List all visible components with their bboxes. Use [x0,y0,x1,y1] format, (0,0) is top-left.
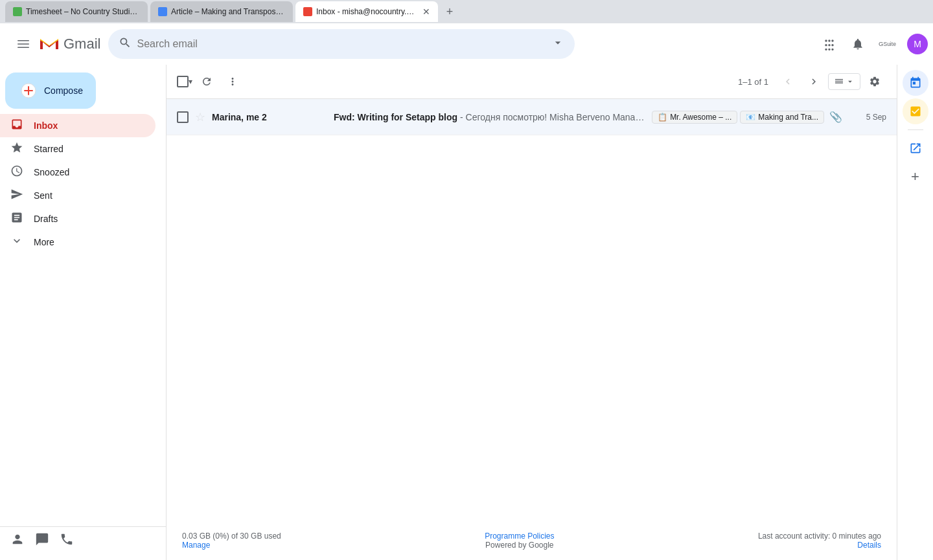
topbar: Gmail G Suite [0,23,933,65]
more-options-button[interactable] [221,70,244,93]
prev-page-button[interactable] [776,70,800,93]
snoozed-icon [10,164,23,181]
starred-label: Starred [34,144,145,154]
email-chip-1[interactable]: 📋 Mr. Awesome – ... [652,111,737,124]
email-content: Fwd: Writing for Setapp blog - Сегодня п… [334,112,647,122]
content-area: ▾ 1–1 of 1 [166,65,897,560]
gmail-wordmark: Gmail [63,36,100,52]
chat-icon[interactable] [35,532,49,550]
sidebar-item-sent[interactable]: Sent [0,184,156,207]
search-dropdown-icon[interactable] [551,36,564,52]
drafts-icon [10,211,23,227]
refresh-button[interactable] [195,70,218,93]
inbox-label: Inbox [34,120,145,131]
powered-text: Powered by Google [485,541,554,550]
policies-link[interactable]: Programme Policies [485,532,554,541]
new-tab-button[interactable]: + [441,3,459,21]
svg-text:Suite: Suite [883,41,896,47]
snoozed-label: Snoozed [34,167,145,177]
phone-icon[interactable] [60,532,74,550]
footer-center: Programme Policies Powered by Google [485,532,554,550]
right-panel-divider [908,129,923,130]
email-date: 5 Sep [847,113,886,122]
svg-rect-0 [17,40,29,41]
search-bar[interactable] [108,29,575,59]
avatar-initials: M [914,39,921,49]
tab3-favicon [303,7,312,16]
email-row[interactable]: ☆ Marina, me 2 Fwd: Writing for Setapp b… [167,99,897,135]
next-page-button[interactable] [802,70,825,93]
calendar-panel-icon[interactable] [903,70,928,96]
browser-tab-2[interactable]: Article – Making and Transposing an Emai… [150,1,293,22]
more-icon [10,234,23,251]
drafts-label: Drafts [34,214,145,224]
compose-label: Compose [44,85,83,96]
tab1-label: Timesheet – No Country Studio – Harvest [26,7,140,16]
gmail-logo: Gmail [39,36,100,52]
email-toolbar: ▾ 1–1 of 1 [167,65,897,99]
add-panel-button[interactable]: + [903,164,928,190]
manage-link[interactable]: Manage [182,541,210,550]
topbar-right: G Suite M [816,31,928,57]
tasks-panel-icon[interactable] [903,98,928,124]
sidebar-bottom [0,526,166,555]
chip1-icon: 📋 [658,113,667,122]
sent-label: Sent [34,190,145,201]
chip1-label: Mr. Awesome – ... [670,113,731,122]
sidebar-item-snoozed[interactable]: Snoozed [0,161,156,184]
email-checkbox[interactable] [177,111,189,123]
select-all-container[interactable]: ▾ [177,76,192,87]
star-icon[interactable]: ☆ [194,110,207,124]
email-snippet: - Сегодня посмотрю! Misha Berveno Managi… [460,112,647,122]
svg-rect-1 [17,43,29,45]
tab3-label: Inbox - misha@nocountry.studio - No Coun… [316,7,416,16]
sidebar-item-more[interactable]: More [0,230,156,254]
email-chip-2[interactable]: 📧 Making and Tra... [740,111,824,124]
chip2-label: Making and Tra... [758,113,818,122]
gsuite-badge[interactable]: G Suite [873,35,904,53]
avatar[interactable]: M [907,34,928,54]
external-link-icon[interactable] [903,135,928,161]
toolbar-right: 1–1 of 1 [733,70,886,93]
email-list: ☆ Marina, me 2 Fwd: Writing for Setapp b… [167,99,897,521]
compose-plus-icon [21,83,36,98]
density-button[interactable] [828,73,860,90]
settings-button[interactable] [863,70,886,93]
email-chips: 📋 Mr. Awesome – ... 📧 Making and Tra... [652,111,824,124]
add-contact-icon[interactable] [10,532,25,550]
starred-icon [10,141,23,157]
select-all-checkbox[interactable] [177,76,189,87]
chip2-icon: 📧 [746,113,755,122]
search-input[interactable] [137,38,546,50]
tab2-label: Article – Making and Transposing an Emai… [171,7,285,16]
browser-tab-1[interactable]: Timesheet – No Country Studio – Harvest [5,1,148,22]
menu-button[interactable] [10,31,36,57]
browser-chrome: Timesheet – No Country Studio – Harvest … [0,0,933,23]
tab2-favicon [158,7,167,16]
sidebar-item-drafts[interactable]: Drafts [0,207,156,230]
storage-text: 0.03 GB (0%) of 30 GB used [182,532,281,541]
svg-rect-2 [17,47,29,49]
more-label: More [34,237,145,247]
sidebar: Compose Inbox Starred Snoozed [0,65,166,560]
right-panel: + [897,65,933,560]
sidebar-item-inbox[interactable]: Inbox [0,114,156,137]
tab3-close-icon[interactable]: ✕ [422,6,430,17]
browser-tab-3[interactable]: Inbox - misha@nocountry.studio - No Coun… [295,1,438,22]
footer: 0.03 GB (0%) of 30 GB used Manage Progra… [167,521,897,560]
notifications-button[interactable] [845,31,871,57]
pagination-text: 1–1 of 1 [733,77,774,87]
gsuite-logo-icon: G Suite [879,38,899,50]
compose-button[interactable]: Compose [5,73,96,109]
toolbar-left: ▾ [177,70,244,93]
search-icon [119,36,132,52]
email-subject: Fwd: Writing for Setapp blog [334,112,457,122]
gmail-app: Gmail G Suite [0,23,933,560]
inbox-icon [10,118,23,134]
sidebar-item-starred[interactable]: Starred [0,137,156,161]
activity-text: Last account activity: 0 minutes ago [758,532,881,541]
apps-button[interactable] [816,31,842,57]
select-dropdown-icon[interactable]: ▾ [189,77,192,86]
main-layout: Compose Inbox Starred Snoozed [0,65,933,560]
details-link[interactable]: Details [857,541,881,550]
